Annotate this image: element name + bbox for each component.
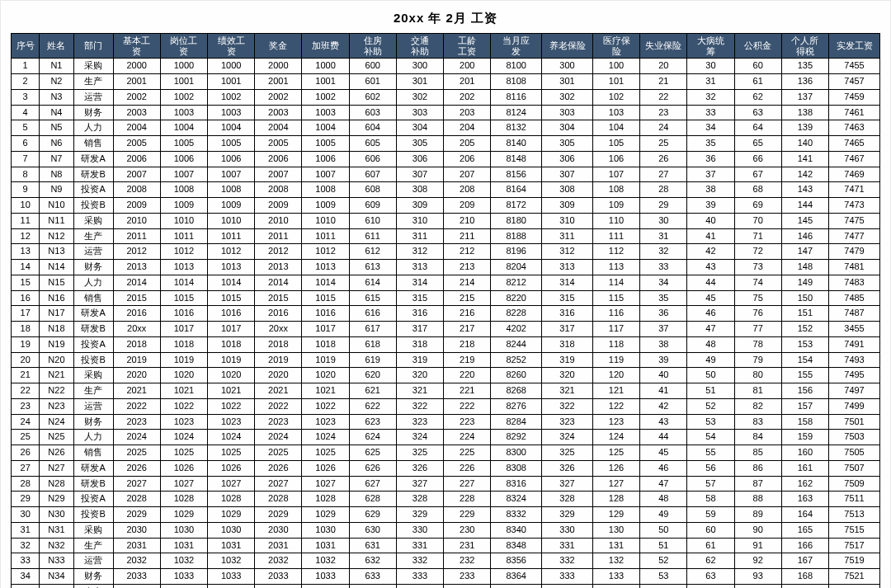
table-body: 1N1采购20001000100020001000600300200810030… — [12, 59, 880, 588]
cell: 41 — [687, 228, 734, 244]
cell: 2029 — [255, 507, 302, 523]
cell: 2026 — [255, 460, 302, 476]
table-row: 9N9投资A2008100810082008100860830820881643… — [12, 182, 880, 198]
cell: 1005 — [302, 136, 349, 152]
cell: 8212 — [491, 275, 542, 290]
cell: 55 — [687, 445, 734, 461]
cell: 2015 — [255, 290, 302, 306]
cell: 49 — [687, 352, 734, 368]
cell: 22 — [12, 383, 40, 399]
cell: 210 — [444, 213, 491, 228]
table-row: 26N26销售202510251025202510256253252258300… — [12, 445, 880, 461]
cell: 1015 — [302, 290, 349, 306]
cell: 54 — [640, 584, 687, 588]
cell: N15 — [40, 275, 73, 290]
cell: 1026 — [208, 460, 255, 476]
cell: 2012 — [113, 244, 160, 260]
col-header: 序号 — [12, 34, 40, 59]
cell: 47 — [687, 322, 734, 337]
cell: N33 — [40, 553, 73, 569]
cell: 2015 — [113, 290, 160, 306]
col-header: 大病统筹 — [687, 34, 734, 59]
cell: 7475 — [829, 213, 880, 228]
cell: 8164 — [491, 182, 542, 198]
table-row: 13N13运营201210121012201210126123122128196… — [12, 244, 880, 260]
cell: 1002 — [302, 89, 349, 105]
cell: 136 — [781, 74, 828, 90]
cell: 2034 — [255, 584, 302, 588]
cell: 85 — [734, 445, 781, 461]
cell: 1004 — [160, 120, 207, 136]
cell: 76 — [734, 306, 781, 322]
table-row: 21N21采购202010201020202010206203202208260… — [12, 368, 880, 383]
cell: 7461 — [829, 105, 880, 120]
cell: 144 — [781, 198, 828, 214]
cell: 1017 — [302, 322, 349, 337]
cell: 1025 — [302, 445, 349, 461]
cell: 1027 — [208, 476, 255, 492]
cell: 111 — [592, 228, 639, 244]
cell: 1030 — [208, 522, 255, 538]
cell: 117 — [592, 322, 639, 337]
cell: 333 — [542, 569, 593, 585]
cell: 40 — [640, 368, 687, 383]
cell: 1017 — [160, 322, 207, 337]
cell: 2007 — [255, 167, 302, 182]
cell: 32 — [687, 89, 734, 105]
cell: 1026 — [160, 460, 207, 476]
cell: 315 — [542, 290, 593, 306]
cell: 2006 — [255, 151, 302, 167]
cell: 7505 — [829, 445, 880, 461]
cell: 7503 — [829, 430, 880, 445]
cell: 27 — [640, 167, 687, 182]
cell: 27 — [12, 460, 40, 476]
cell: 305 — [542, 136, 593, 152]
cell: 209 — [444, 198, 491, 214]
cell: 8228 — [491, 306, 542, 322]
table-row: 29N29投资A20281028102820281028628328228832… — [12, 492, 880, 507]
cell: 2014 — [255, 275, 302, 290]
cell: 213 — [444, 260, 491, 275]
cell: 8268 — [491, 383, 542, 399]
col-header: 加班费 — [302, 34, 349, 59]
cell: 610 — [349, 213, 396, 228]
cell: 157 — [781, 398, 828, 414]
cell: N23 — [40, 398, 73, 414]
cell: 8108 — [491, 74, 542, 90]
cell: 300 — [542, 59, 593, 74]
table-row: 12N12生产201110111011201110116113112118188… — [12, 228, 880, 244]
cell: 1026 — [302, 460, 349, 476]
cell: 7477 — [829, 228, 880, 244]
cell: N25 — [40, 430, 73, 445]
cell: 2026 — [113, 460, 160, 476]
cell: 103 — [592, 105, 639, 120]
cell: 31 — [687, 74, 734, 90]
cell: 334 — [542, 584, 593, 588]
cell: 329 — [396, 507, 443, 523]
cell: 330 — [396, 522, 443, 538]
cell: 2000 — [255, 59, 302, 74]
cell: 623 — [349, 414, 396, 430]
cell: 52 — [687, 398, 734, 414]
cell: 67 — [734, 167, 781, 182]
cell: 35 — [640, 290, 687, 306]
cell: 财务 — [73, 569, 113, 585]
cell: 66 — [734, 151, 781, 167]
page-wrap: 20xx 年 2月 工资 序号姓名部门基本工资岗位工资绩效工资奖金加班费住房补助 — [0, 0, 891, 588]
cell: 114 — [592, 275, 639, 290]
cell: 7523 — [829, 584, 880, 588]
cell: 1010 — [302, 213, 349, 228]
cell: 53 — [687, 414, 734, 430]
cell: 1027 — [302, 476, 349, 492]
cell: 104 — [592, 120, 639, 136]
cell: 32 — [640, 244, 687, 260]
cell: 624 — [349, 430, 396, 445]
cell: 326 — [542, 460, 593, 476]
cell: 614 — [349, 275, 396, 290]
cell: 307 — [396, 167, 443, 182]
cell: 327 — [542, 476, 593, 492]
cell: 2025 — [255, 445, 302, 461]
cell: 39 — [640, 352, 687, 368]
cell: 1030 — [160, 522, 207, 538]
cell: 7459 — [829, 89, 880, 105]
